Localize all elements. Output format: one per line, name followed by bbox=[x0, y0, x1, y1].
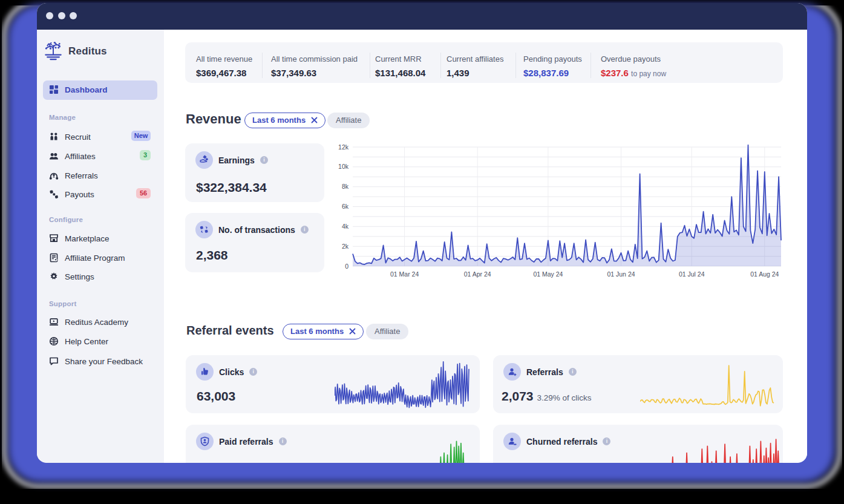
svg-text:01 Mar 24: 01 Mar 24 bbox=[390, 270, 419, 278]
svg-text:0: 0 bbox=[345, 263, 348, 270]
svg-text:01 Jul 24: 01 Jul 24 bbox=[679, 270, 705, 278]
svg-text:01 Aug 24: 01 Aug 24 bbox=[750, 270, 779, 278]
svg-text:01 May 24: 01 May 24 bbox=[533, 270, 563, 278]
svg-text:01 Jun 24: 01 Jun 24 bbox=[607, 270, 635, 278]
svg-text:2k: 2k bbox=[342, 243, 349, 250]
svg-text:6k: 6k bbox=[342, 203, 349, 210]
svg-text:10k: 10k bbox=[338, 163, 349, 170]
svg-text:12k: 12k bbox=[338, 143, 349, 151]
svg-text:01 Apr 24: 01 Apr 24 bbox=[464, 270, 491, 278]
svg-text:4k: 4k bbox=[342, 223, 349, 230]
svg-text:8k: 8k bbox=[342, 183, 349, 190]
